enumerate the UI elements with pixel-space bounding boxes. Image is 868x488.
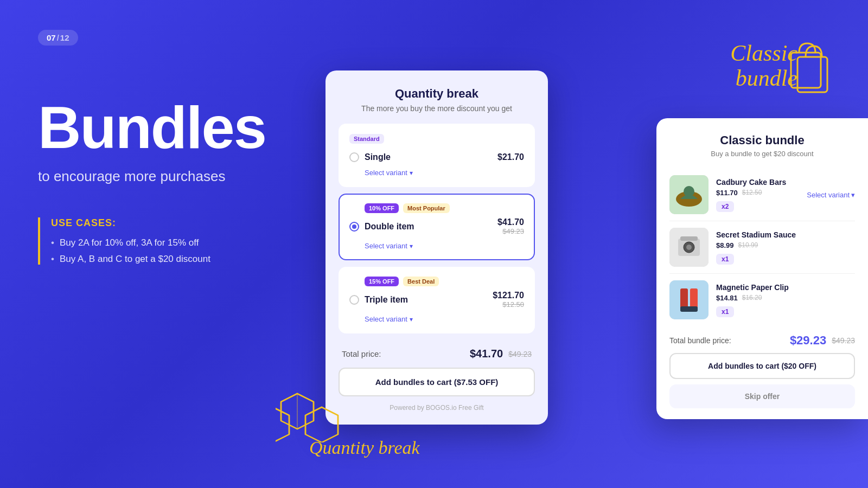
bundle-item-prices-1: $11.70 $12.50 [716, 189, 799, 197]
bundle-qty-badge-1: x2 [716, 201, 734, 212]
price-main-triple: $121.70 [493, 291, 524, 300]
bundle-item-right-1: Select variant [807, 191, 855, 199]
page-total: 12 [60, 33, 69, 42]
option-left-double: Double item [349, 222, 414, 232]
subtitle: to encourage more purchases [38, 168, 320, 185]
bundle-item-info-2: Secret Stadium Sauce $8.99 $10.99 x1 [716, 230, 847, 265]
left-section: Bundles to encourage more purchases USE … [38, 98, 320, 270]
radio-double[interactable] [349, 222, 359, 232]
option-name-single: Single [365, 152, 391, 162]
bundle-item-old-price-3: $16.20 [742, 294, 762, 301]
badge-row-triple: 15% OFF Best Deal [365, 277, 524, 286]
add-cart-button[interactable]: Add bundles to cart ($7.53 OFF) [339, 368, 535, 396]
bundle-item-info-1: Cadbury Cake Bars $11.70 $12.50 x2 [716, 178, 799, 212]
select-variant-single[interactable]: Select variant [365, 169, 413, 177]
option-name-triple: Triple item [365, 295, 408, 305]
total-prices: $41.70 $49.23 [470, 348, 532, 360]
bundle-item-info-3: Magnetic Paper Clip $14.81 $16.20 x1 [716, 283, 847, 317]
svg-rect-0 [797, 57, 827, 92]
total-row: Total price: $41.70 $49.23 [339, 340, 535, 368]
bundle-item-1: Cadbury Cake Bars $11.70 $12.50 x2 Selec… [669, 169, 855, 221]
use-cases-list: Buy 2A for 10% off, 3A for 15% off Buy A… [51, 237, 320, 265]
bundle-item-prices-2: $8.99 $10.99 [716, 241, 847, 249]
total-label: Total price: [342, 349, 381, 358]
svg-point-19 [686, 245, 692, 250]
classic-card-subtitle: Buy a bundle to get $20 discount [669, 150, 855, 158]
qty-break-card: Quantity break The more you buy the more… [326, 70, 548, 425]
price-main-double: $41.70 [497, 217, 524, 227]
page-sep: / [57, 33, 59, 42]
bundle-item-price-1: $11.70 [716, 189, 738, 197]
option-name-double: Double item [365, 222, 414, 232]
bundle-item-img-2 [669, 228, 709, 267]
svg-rect-23 [680, 306, 698, 312]
bundle-item-old-price-1: $12.50 [742, 189, 762, 196]
boxes-icon [276, 377, 346, 445]
option-price-double: $41.70 $49.23 [497, 217, 524, 235]
page-counter: 07/12 [38, 30, 78, 46]
bundle-select-link-1[interactable]: Select variant [807, 191, 855, 199]
bundle-item-price-2: $8.99 [716, 241, 734, 249]
total-price-main: $41.70 [470, 348, 503, 360]
use-case-item: Buy 2A for 10% off, 3A for 15% off [51, 237, 320, 248]
qty-break-text: Quantity break [309, 438, 420, 458]
option-header-triple: Triple item $121.70 $12.50 [349, 291, 524, 309]
badge-standard: Standard [349, 134, 384, 144]
bundle-item-name-3: Magnetic Paper Clip [716, 283, 847, 292]
bundle-item-img-3 [669, 280, 709, 319]
skip-offer-button[interactable]: Skip offer [669, 384, 855, 408]
option-left-triple: Triple item [349, 295, 408, 305]
bundle-item-3: Magnetic Paper Clip $14.81 $16.20 x1 [669, 274, 855, 326]
badge-discount-double: 10% OFF [365, 203, 399, 213]
classic-total-label: Total bundle price: [669, 336, 731, 345]
option-row-single[interactable]: Standard Single $21.70 Select variant [339, 124, 535, 187]
option-header-double: Double item $41.70 $49.23 [349, 217, 524, 235]
price-old-double: $49.23 [497, 227, 524, 235]
use-cases-title: USE CASES: [51, 217, 320, 229]
bundle-item-name-2: Secret Stadium Sauce [716, 230, 847, 239]
radio-single[interactable] [349, 152, 359, 162]
use-case-item: Buy A, B and C to get a $20 discount [51, 254, 320, 265]
option-price-single: $21.70 [497, 152, 524, 162]
svg-point-14 [684, 186, 694, 197]
use-cases: USE CASES: Buy 2A for 10% off, 3A for 15… [38, 217, 320, 265]
bundle-item-img-1 [669, 175, 709, 214]
classic-add-button[interactable]: Add bundles to cart ($20 OFF) [669, 353, 855, 379]
shopping-bag-icon [787, 41, 841, 102]
price-old-triple: $12.50 [493, 300, 524, 309]
select-variant-triple[interactable]: Select variant [365, 315, 413, 323]
option-price-triple: $121.70 $12.50 [493, 291, 524, 309]
bundle-item-old-price-2: $10.99 [738, 241, 758, 249]
option-header-single: Single $21.70 [349, 152, 524, 162]
classic-total-row: Total bundle price: $29.23 $49.23 [669, 326, 855, 353]
classic-total-old: $49.23 [832, 336, 855, 345]
classic-bundle-card: Classic bundle Buy a bundle to get $20 d… [656, 118, 868, 419]
badge-discount-triple: 15% OFF [365, 277, 399, 286]
classic-total-prices: $29.23 $49.23 [790, 333, 855, 348]
svg-rect-17 [680, 236, 698, 241]
bundle-item-prices-3: $14.81 $16.20 [716, 294, 847, 302]
total-price-old: $49.23 [508, 350, 532, 358]
bundle-item-name-1: Cadbury Cake Bars [716, 178, 799, 187]
main-title: Bundles [38, 98, 320, 157]
powered-by: Powered by BOGOS.io Free Gift [339, 404, 535, 412]
svg-rect-1 [791, 53, 821, 88]
bundle-item-2: Secret Stadium Sauce $8.99 $10.99 x1 [669, 221, 855, 274]
option-left-single: Single [349, 152, 391, 162]
select-variant-double[interactable]: Select variant [365, 242, 413, 250]
bundle-qty-badge-2: x1 [716, 254, 734, 265]
option-row-triple[interactable]: 15% OFF Best Deal Triple item $121.70 $1… [339, 267, 535, 333]
svg-rect-20 [669, 280, 709, 319]
qty-card-subtitle: The more you buy the more discount you g… [339, 104, 535, 113]
qty-card-title: Quantity break [339, 87, 535, 101]
badge-row-double: 10% OFF Most Popular [365, 203, 524, 213]
bundle-item-price-3: $14.81 [716, 294, 738, 302]
badge-popular-double: Most Popular [403, 203, 450, 213]
classic-total-main: $29.23 [790, 333, 826, 348]
badge-deal-triple: Best Deal [403, 277, 439, 286]
radio-triple[interactable] [349, 295, 359, 305]
option-row-double[interactable]: 10% OFF Most Popular Double item $41.70 … [339, 194, 535, 260]
page-current: 07 [47, 33, 56, 42]
price-main-single: $21.70 [497, 152, 524, 162]
bundle-qty-badge-3: x1 [716, 306, 734, 317]
